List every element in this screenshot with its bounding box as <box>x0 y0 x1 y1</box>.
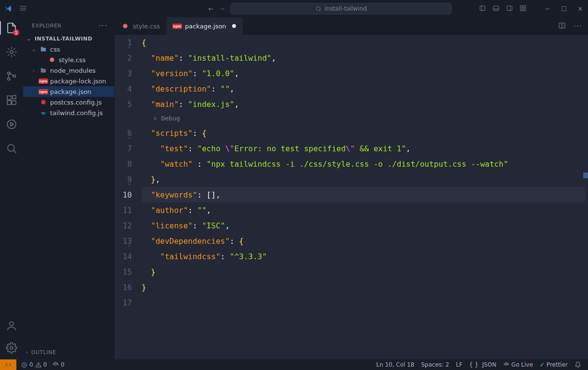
code-line[interactable]: "devDependencies": { <box>142 233 585 249</box>
tree-item-label: css <box>50 46 60 53</box>
code-line[interactable]: "watch" : "npx tailwindcss -i ./css/styl… <box>142 156 585 172</box>
activity-explorer[interactable]: 1 <box>0 21 23 35</box>
explorer-title: EXPLORER <box>32 23 62 29</box>
dirty-indicator-icon <box>232 24 236 28</box>
window-minimize-icon[interactable]: ─ <box>545 5 550 13</box>
twist-icon: › <box>31 67 37 74</box>
code-line[interactable]: "author": "", <box>142 202 585 218</box>
code-line[interactable]: { <box>142 35 585 50</box>
tree-item-node-modules[interactable]: ›node_modules <box>23 65 114 76</box>
tree-item-label: package.json <box>50 88 91 95</box>
codelens-debug[interactable]: Debug <box>142 112 585 125</box>
status-spaces[interactable]: Spaces: 2 <box>421 361 449 368</box>
activity-accounts[interactable] <box>0 319 23 332</box>
status-bar: 0 0 0 Ln 10, Col 18 Spaces: 2 LF { } JSO… <box>0 359 588 370</box>
status-golive[interactable]: Go Live <box>503 361 533 368</box>
check-icon: ✓ <box>540 361 545 368</box>
status-language[interactable]: { } JSON <box>469 361 496 368</box>
activity-run[interactable] <box>0 118 23 131</box>
activity-badge: 1 <box>13 29 19 36</box>
file-icon <box>39 45 47 53</box>
remote-indicator[interactable] <box>0 359 16 370</box>
code-line[interactable]: } <box>142 264 585 279</box>
svg-point-8 <box>10 51 13 53</box>
activity-source-control[interactable] <box>0 69 23 83</box>
svg-rect-15 <box>13 95 16 99</box>
menu-icon[interactable] <box>19 4 27 13</box>
title-bar: ← → install-tailwind ─ ☐ ✕ <box>0 0 588 17</box>
tab-more-icon[interactable]: ··· <box>574 22 582 31</box>
svg-rect-6 <box>521 9 523 11</box>
file-icon: ⬢ <box>39 98 47 106</box>
code-line[interactable]: "license": "ISC", <box>142 218 585 233</box>
twist-icon: ⌄ <box>31 46 37 53</box>
command-center[interactable]: install-tailwind <box>230 3 452 14</box>
svg-point-17 <box>8 145 14 151</box>
code-editor[interactable]: 1⌄2345 6⌄789⌄10111213⌄14151617 { "name":… <box>115 35 588 359</box>
tree-item-package-lock-json[interactable]: npmpackage-lock.json <box>23 76 114 86</box>
tab-style-css[interactable]: ⬢style.css <box>115 17 167 35</box>
split-editor-icon[interactable] <box>558 22 566 31</box>
code-line[interactable] <box>142 295 585 310</box>
activity-extensions[interactable] <box>0 93 23 107</box>
explorer-more-icon[interactable]: ··· <box>99 21 107 30</box>
file-icon: npm <box>39 77 47 85</box>
svg-rect-12 <box>7 96 11 100</box>
window-maximize-icon[interactable]: ☐ <box>561 5 567 13</box>
code-line[interactable]: "description": "", <box>142 81 585 96</box>
code-line[interactable]: "scripts": { <box>142 125 585 141</box>
command-center-text: install-tailwind <box>325 5 366 12</box>
code-line[interactable]: } <box>142 279 585 295</box>
svg-point-19 <box>10 346 13 349</box>
tree-item-package-json[interactable]: npmpackage.json <box>23 86 114 97</box>
editor-area: ⬢style.cssnpmpackage.json ··· 1⌄2345 6⌄7… <box>115 17 588 359</box>
outline-label: OUTLINE <box>31 349 56 356</box>
code-line[interactable]: "test": "echo \"Error: no test specified… <box>142 141 585 156</box>
code-lines[interactable]: { "name": "install-tailwind", "version":… <box>142 35 588 359</box>
svg-rect-5 <box>523 5 525 7</box>
tree-item-label: node_modules <box>50 67 95 74</box>
tree-item-label: tailwind.config.js <box>50 109 103 117</box>
layout-grid-icon[interactable] <box>520 5 526 13</box>
tree-item-postcss-config-js[interactable]: ⬢postcss.config.js <box>23 97 114 107</box>
outline-section[interactable]: › OUTLINE <box>23 346 114 359</box>
status-ports[interactable]: 0 <box>52 361 65 368</box>
code-line[interactable]: "keywords": [], <box>142 187 585 202</box>
code-line[interactable]: }, <box>142 172 585 187</box>
activity-settings[interactable] <box>0 341 23 355</box>
status-problems[interactable]: 0 0 <box>21 361 47 368</box>
status-prettier[interactable]: ✓ Prettier <box>540 361 568 368</box>
tree-root-label: INSTALL-TAILWIND <box>35 36 92 42</box>
code-line[interactable]: "version": "1.0.0", <box>142 66 585 81</box>
activity-search[interactable] <box>0 142 23 155</box>
svg-point-0 <box>316 7 320 11</box>
layout-sidebar-left-icon[interactable] <box>479 5 486 13</box>
tab-label: style.css <box>133 23 160 30</box>
status-cursor[interactable]: Ln 10, Col 18 <box>376 361 414 368</box>
status-eol[interactable]: LF <box>456 361 463 368</box>
file-icon: ⬢ <box>48 56 56 64</box>
tree-item-tailwind-config-js[interactable]: ≈tailwind.config.js <box>23 107 114 118</box>
nav-forward-icon[interactable]: → <box>220 5 225 13</box>
code-line[interactable]: "name": "install-tailwind", <box>142 50 585 66</box>
code-line[interactable]: "main": "index.js", <box>142 96 585 112</box>
tree-item-label: style.css <box>59 56 86 64</box>
svg-rect-3 <box>507 6 512 10</box>
layout-panel-icon[interactable] <box>493 5 499 13</box>
code-line[interactable]: "tailwindcss": "^3.3.3" <box>142 249 585 264</box>
status-bell-icon[interactable] <box>575 361 581 368</box>
explorer-panel: EXPLORER ··· ⌄ INSTALL-TAILWIND ⌄css⬢sty… <box>23 17 115 359</box>
window-close-icon[interactable]: ✕ <box>577 5 583 13</box>
nav-back-icon[interactable]: ← <box>209 5 214 13</box>
tree-item-style-css[interactable]: ⬢style.css <box>23 54 114 65</box>
vscode-logo-icon <box>5 4 13 13</box>
activity-debug[interactable] <box>0 45 23 59</box>
activity-bar: 1 <box>0 17 23 359</box>
overview-ruler <box>583 35 588 359</box>
tree-item-css[interactable]: ⌄css <box>23 44 114 54</box>
tree-item-label: postcss.config.js <box>50 99 102 106</box>
tree-root[interactable]: ⌄ INSTALL-TAILWIND <box>23 33 114 44</box>
layout-sidebar-right-icon[interactable] <box>506 5 513 13</box>
title-bar-actions: ─ ☐ ✕ <box>479 5 583 13</box>
tab-package-json[interactable]: npmpackage.json <box>167 17 243 35</box>
